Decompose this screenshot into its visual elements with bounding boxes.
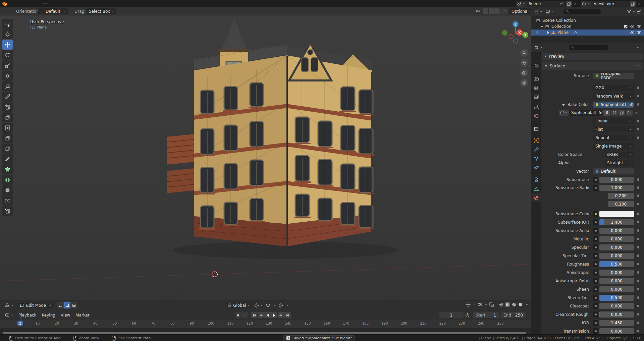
shading-material-button[interactable] (512, 302, 517, 307)
property-row[interactable]: Vector Default (541, 167, 644, 175)
outliner-row-plane[interactable]: Plane (531, 30, 644, 36)
property-row-slider[interactable]: Specular Tint 0.000 (541, 251, 644, 260)
image-browse-button[interactable] (559, 110, 569, 116)
outliner-row-scene-collection[interactable]: Scene Collection (531, 17, 644, 23)
snap-dropdown[interactable] (273, 304, 276, 307)
timeline-menu-item[interactable]: Keying (39, 313, 58, 318)
property-row-dropdown[interactable]: GGX (541, 83, 644, 92)
show-overlays-icon[interactable] (477, 302, 482, 307)
workspace-tab[interactable] (69, 3, 75, 4)
collection-render-icon[interactable] (637, 24, 641, 29)
unlink-image-button[interactable] (633, 110, 639, 116)
property-row-dropdown[interactable]: Repeat (541, 133, 644, 142)
workspace-tab[interactable] (62, 3, 68, 4)
toolbar-tool-button[interactable] (2, 112, 13, 122)
orientation-dropdown[interactable]: Default (38, 8, 68, 14)
mirror-icon[interactable] (476, 9, 481, 14)
blender-logo-icon[interactable] (2, 1, 8, 7)
gizmo-x-neg[interactable] (508, 34, 514, 39)
gizmo-y-axis[interactable]: Y (522, 32, 528, 38)
fake-user-button[interactable] (611, 110, 618, 116)
gizmo-z-axis[interactable]: Z (513, 21, 519, 27)
viewlayer-new-copy-button[interactable] (630, 1, 636, 7)
shading-solid-button[interactable] (505, 302, 510, 307)
toolbar-tool-button[interactable] (2, 123, 13, 133)
timeline-menu-item[interactable]: Marker (73, 313, 92, 318)
property-row-slider[interactable]: Anisotropic Rotati... 0.000 (541, 277, 644, 285)
property-row-slider[interactable]: Transmission 0.000 (541, 327, 644, 334)
workspace-tab[interactable] (103, 3, 109, 4)
show-gizmo-icon[interactable] (466, 302, 471, 307)
properties-tab[interactable] (531, 193, 541, 202)
property-row-dropdown[interactable]: Random Walk (541, 92, 644, 100)
property-row-slider[interactable]: Subsurface Anisot... 0.000 (541, 226, 644, 235)
workspace-tab[interactable] (116, 3, 122, 4)
overlays-dropdown[interactable] (485, 303, 488, 306)
property-row-slider[interactable]: 0.200 (541, 191, 644, 200)
property-row-slider[interactable]: Subsurface 0.000 (541, 175, 644, 184)
toolbar-tool-button[interactable] (2, 81, 13, 91)
property-row-slider[interactable]: Sheen Tint 0.500 (541, 293, 644, 302)
property-row-select[interactable]: Alpha Straight (541, 159, 644, 167)
drag-handle-icon[interactable] (535, 31, 539, 35)
toolbar-tool-button[interactable] (2, 19, 13, 29)
properties-tab[interactable] (531, 102, 541, 111)
toolbar-tool-button[interactable] (2, 175, 13, 185)
property-row-dropdown[interactable]: Linear (541, 117, 644, 125)
play-reverse-button[interactable] (264, 312, 271, 318)
toolbar-tool-button[interactable] (2, 164, 13, 174)
properties-tab[interactable] (531, 92, 541, 101)
mode-dropdown[interactable]: Edit Mode (18, 302, 54, 308)
face-select-mode[interactable] (71, 302, 77, 308)
camera-view-button[interactable] (520, 69, 528, 77)
workspace-tab[interactable] (96, 3, 102, 4)
properties-tab[interactable] (531, 61, 541, 70)
properties-tab[interactable] (531, 163, 541, 172)
properties-editor-type-button[interactable] (534, 45, 543, 50)
properties-options-dropdown[interactable] (636, 46, 639, 49)
workspace-tab[interactable] (83, 3, 89, 4)
property-row-slider[interactable]: Anisotropic 0.000 (541, 268, 644, 277)
timeline-menu-item[interactable]: Playback (16, 313, 39, 318)
properties-tab[interactable] (531, 83, 541, 92)
object-hide-icon[interactable] (630, 30, 635, 35)
jump-to-end-button[interactable] (284, 312, 291, 318)
properties-tab[interactable] (531, 74, 541, 83)
timeline-editor-type-button[interactable] (3, 312, 16, 318)
timeline-ruler[interactable]: 1 10203040506070809010011012013014015016… (0, 320, 531, 328)
scene-browse-button[interactable] (516, 1, 527, 7)
preview-range-toggle[interactable] (465, 312, 470, 318)
scene-new-copy-button[interactable] (566, 1, 572, 7)
gizmo-x-axis[interactable]: X (516, 29, 523, 36)
workspace-tab[interactable] (49, 3, 55, 4)
mirror-axis-button[interactable] (494, 8, 500, 14)
zoom-view-button[interactable] (520, 49, 528, 57)
property-row-slider[interactable]: Subsurface Radius 1.000 (541, 184, 644, 191)
collection-hide-icon[interactable] (630, 24, 635, 29)
outliner-search-input[interactable] (564, 9, 601, 14)
workspace-tab[interactable] (89, 3, 95, 4)
property-row[interactable]: Surface Principled BSDF (541, 71, 644, 80)
shading-rendered-button[interactable] (518, 302, 523, 307)
scene-name-field[interactable]: Scene (527, 1, 566, 7)
toolbar-tool-button[interactable] (2, 29, 13, 39)
workspace-tab[interactable] (56, 3, 62, 4)
snap-toggle[interactable] (265, 302, 271, 308)
property-row-slider[interactable]: Clearcoat 0.000 (541, 302, 644, 310)
play-button[interactable] (271, 312, 277, 318)
drag-dropdown[interactable]: Select Box (87, 8, 116, 14)
toolbar-tool-button[interactable] (2, 154, 13, 164)
toolbar-tool-button[interactable] (2, 92, 13, 102)
new-image-button[interactable] (619, 110, 625, 116)
properties-search-input[interactable] (569, 45, 608, 50)
toolbar-tool-button[interactable] (2, 60, 13, 70)
previous-keyframe-button[interactable] (258, 312, 264, 318)
properties-tab[interactable] (531, 124, 541, 133)
proportional-falloff-button[interactable] (501, 8, 508, 14)
mirror-axis-button[interactable] (483, 8, 488, 14)
property-row-slider[interactable]: Specular 0.000 (541, 243, 644, 251)
property-row-slider[interactable]: Sheen 0.000 (541, 285, 644, 293)
property-row-dropdown[interactable]: Single Image (541, 142, 644, 150)
workspace-tab[interactable] (42, 3, 48, 4)
outliner-row-collection[interactable]: Collection (531, 23, 644, 30)
